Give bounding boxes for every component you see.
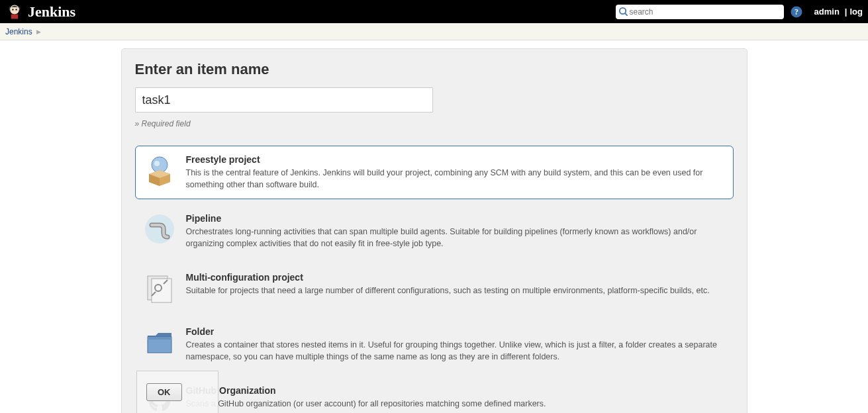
item-type-list: Freestyle project This is the central fe…: [135, 146, 734, 413]
help-icon[interactable]: ?: [791, 6, 802, 18]
breadcrumb-root[interactable]: Jenkins: [5, 27, 32, 36]
item-title: Pipeline: [186, 213, 725, 224]
item-pipeline[interactable]: Pipeline Orchestrates long-running activ…: [135, 205, 734, 258]
ok-bar: OK: [136, 371, 218, 413]
panel-title: Enter an item name: [135, 61, 734, 78]
logout-link[interactable]: log: [850, 7, 863, 17]
item-freestyle-project[interactable]: Freestyle project This is the central fe…: [135, 146, 734, 199]
item-name-input[interactable]: [135, 87, 433, 113]
item-desc: Scans a GitHub organization (or user acc…: [186, 398, 725, 410]
logo-area[interactable]: Jenkins: [5, 3, 75, 21]
main: Enter an item name » Required field Free…: [0, 40, 868, 413]
pipeline-icon: [144, 213, 175, 245]
search-box[interactable]: [616, 5, 784, 19]
user-link[interactable]: admin: [814, 7, 840, 17]
item-multi-configuration[interactable]: Multi-configuration project Suitable for…: [135, 263, 734, 312]
search-input[interactable]: [629, 7, 781, 17]
divider: |: [845, 7, 847, 17]
item-desc: Orchestrates long-running activities tha…: [186, 226, 725, 250]
search-icon: [618, 7, 628, 17]
svg-point-3: [15, 9, 17, 11]
svg-line-5: [625, 13, 628, 16]
create-item-panel: Enter an item name » Required field Free…: [121, 48, 747, 413]
item-desc: This is the central feature of Jenkins. …: [186, 167, 725, 191]
item-folder[interactable]: Folder Creates a container that stores n…: [135, 318, 734, 371]
multi-config-icon: [144, 272, 175, 304]
svg-point-4: [619, 7, 625, 13]
ok-button[interactable]: OK: [146, 383, 182, 401]
folder-icon: [144, 326, 175, 358]
item-desc: Creates a container that stores nested i…: [186, 340, 725, 363]
item-title: Folder: [186, 326, 725, 337]
item-github-organization[interactable]: GitHub Organization Scans a GitHub organ…: [135, 377, 734, 413]
svg-rect-1: [11, 14, 19, 19]
logo-text: Jenkins: [28, 3, 75, 21]
svg-point-2: [12, 9, 14, 11]
svg-rect-13: [152, 279, 171, 302]
required-note: » Required field: [135, 119, 734, 128]
svg-text:?: ?: [795, 7, 798, 17]
breadcrumb-bar: Jenkins ▶: [0, 23, 868, 40]
item-title: GitHub Organization: [186, 385, 725, 396]
svg-point-11: [145, 214, 174, 244]
svg-rect-18: [148, 337, 171, 340]
item-title: Freestyle project: [186, 154, 725, 165]
jenkins-logo-icon: [5, 3, 24, 21]
item-desc: Suitable for projects that need a large …: [186, 285, 725, 297]
freestyle-box-icon: [144, 154, 175, 186]
topbar: Jenkins ? admin | log: [0, 0, 868, 23]
chevron-right-icon: ▶: [36, 28, 41, 35]
svg-point-10: [154, 161, 160, 166]
item-title: Multi-configuration project: [186, 272, 725, 283]
